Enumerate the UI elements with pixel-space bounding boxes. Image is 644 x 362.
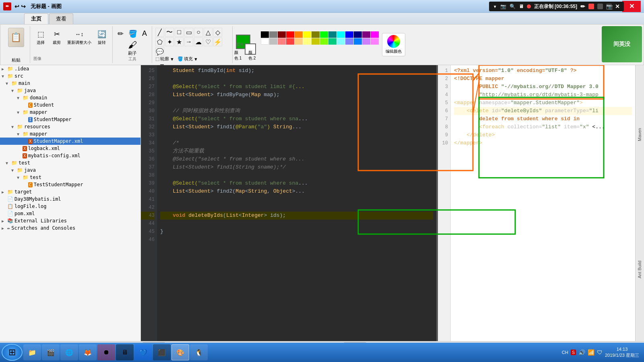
rotate-tool[interactable]: 🔄 旋转 — [95, 28, 109, 46]
sidebar-item-teststudentmapper[interactable]: ▶ C TestStudentMapper — [0, 181, 140, 188]
taskbar-media[interactable]: 🎬 — [42, 344, 60, 360]
color-dgray[interactable] — [269, 31, 277, 38]
sidebar-item-main[interactable]: ▼ 📁 main — [0, 80, 140, 87]
cloud-shape[interactable]: ☁ — [194, 37, 203, 46]
text-tool[interactable]: A — [140, 28, 149, 40]
security-icon[interactable]: 🛡 — [597, 349, 603, 356]
rec-stop-red[interactable] — [588, 4, 594, 9]
taskbar-recording[interactable]: ⏺ — [97, 344, 115, 360]
color-lteal[interactable] — [328, 38, 336, 45]
color-black[interactable] — [261, 31, 269, 38]
taskbar-intellij[interactable]: ⬛ — [153, 344, 171, 360]
sidebar-item-pom[interactable]: ▶ 📄 pom.xml — [0, 210, 140, 217]
color-lcyan[interactable] — [337, 38, 345, 45]
color-navy[interactable] — [354, 31, 362, 38]
rounded-rect-shape[interactable]: ▭ — [184, 28, 193, 37]
color-lgray[interactable] — [269, 38, 277, 45]
triangle-shape[interactable]: △ — [204, 28, 213, 37]
color-lyellow[interactable] — [303, 38, 311, 45]
taskbar-firefox[interactable]: 🦊 — [79, 344, 97, 360]
sidebar-item-student[interactable]: ▶ C Student — [0, 101, 140, 109]
sidebar-item-mapper-dir[interactable]: ▼ 📁 mapper — [0, 109, 140, 116]
diamond-shape[interactable]: ◇ — [213, 28, 222, 37]
expand-idea[interactable]: ▶ — [2, 67, 7, 71]
taskbar-qq[interactable]: 🐧 — [190, 344, 208, 360]
sidebar-item-mybatis-config[interactable]: ▶ X mybatis-config.xml — [0, 152, 140, 159]
color-royal[interactable] — [354, 38, 362, 45]
xml-code-editor[interactable]: 12345 678910 <?xml version="1.0" encodin… — [438, 65, 635, 341]
sidebar-item-test-pkg[interactable]: ▼ 📁 test — [0, 174, 140, 181]
color-cyan[interactable] — [337, 31, 345, 38]
taskbar-vscode[interactable]: 💙 — [134, 344, 152, 360]
callout-shape[interactable]: 💬 — [155, 47, 164, 56]
crop-tool[interactable]: ✂ 裁剪 — [50, 28, 64, 46]
start-button[interactable]: ⊞ — [2, 344, 23, 361]
pen-icon[interactable]: ✏ — [580, 3, 585, 10]
color-purple[interactable] — [362, 31, 370, 38]
color-red[interactable] — [286, 31, 294, 38]
pentagon-shape[interactable]: ⬠ — [155, 37, 164, 46]
bolt-shape[interactable]: ⚡ — [213, 37, 222, 46]
rec-close[interactable]: ✕ — [615, 3, 620, 10]
close-btn[interactable]: ✕ — [622, 1, 641, 12]
line-shape[interactable]: ╱ — [155, 28, 164, 37]
ellipse-shape[interactable]: ○ — [194, 28, 203, 37]
sidebar-item-scratches[interactable]: ▶ ✏ Scratches and Consoles — [0, 224, 140, 232]
select-tool[interactable]: ⬚ 选择 — [33, 28, 48, 46]
color-white[interactable] — [261, 38, 269, 45]
sidebar-item-java[interactable]: ▼ 📁 java — [0, 87, 140, 94]
taskbar-terminal[interactable]: 🖥 — [116, 344, 134, 360]
network-icon[interactable]: 📶 — [588, 349, 594, 356]
tab-view[interactable]: 查看 — [49, 13, 73, 24]
sidebar-item-test[interactable]: ▼ 📁 test — [0, 159, 140, 167]
taskbar-paint[interactable]: 🎨 — [171, 344, 189, 360]
sidebar-item-target[interactable]: ▶ 📁 target — [0, 188, 140, 195]
color-teal[interactable] — [328, 31, 336, 38]
brush-btn[interactable]: 🖌 刷子 — [128, 40, 137, 56]
heart-shape[interactable]: ♡ — [204, 37, 213, 46]
maven-tab[interactable]: Maven — [636, 125, 643, 144]
paste-btn[interactable]: 📋 — [6, 26, 26, 49]
color-pink[interactable] — [278, 38, 286, 45]
pencil-tool[interactable]: ✏ — [116, 28, 125, 40]
sidebar-item-mapper-res[interactable]: ▼ 📁 mapper — [0, 130, 140, 138]
taskbar-explorer[interactable]: 📁 — [23, 344, 41, 360]
java-code-editor[interactable]: 2526272829 3031323334 3536373839 404142 … — [141, 65, 436, 341]
color-blue[interactable] — [345, 31, 353, 38]
sidebar-item-test-java[interactable]: ▼ 📁 java — [0, 167, 140, 174]
undo-btn[interactable]: ↩ — [14, 3, 19, 10]
resize-tool[interactable]: ↔↕ 重新调整大小 — [66, 28, 93, 46]
color-lred[interactable] — [286, 38, 294, 45]
arrow-shape[interactable]: → — [184, 37, 193, 46]
redo-btn[interactable]: ↪ — [21, 3, 26, 10]
dropdown-arrow[interactable]: ▼ — [493, 4, 497, 9]
fill-tool[interactable]: 🪣 — [127, 28, 139, 40]
sidebar-item-domain[interactable]: ▼ 📁 domain — [0, 94, 140, 101]
tab-home[interactable]: 主页 — [24, 13, 48, 24]
curve-shape[interactable]: 〜 — [165, 28, 174, 37]
taskbar-chrome[interactable]: 🌐 — [60, 344, 78, 360]
color-lmagenta[interactable] — [371, 38, 379, 45]
color-magenta[interactable] — [371, 31, 379, 38]
edit-colors-btn[interactable]: 编辑颜色 — [382, 33, 405, 56]
star4-shape[interactable]: ✦ — [165, 37, 174, 46]
color-lorange[interactable] — [295, 38, 303, 45]
rec-stop-dark[interactable] — [597, 4, 603, 9]
sidebar-item-extlibs[interactable]: ▶ 📚 External Libraries — [0, 217, 140, 224]
outline-btn[interactable]: ⬚轮廓▼ — [155, 56, 174, 62]
sidebar-item-studentmapper[interactable]: ▶ I StudentMapper — [0, 116, 140, 123]
color-lpurple[interactable] — [362, 38, 370, 45]
color-olive[interactable] — [312, 31, 320, 38]
fill-btn[interactable]: 🪣填充▼ — [178, 56, 198, 62]
sidebar-item-logback[interactable]: ▶ X logback.xml — [0, 145, 140, 152]
color-lgreen[interactable] — [320, 38, 328, 45]
color-green[interactable] — [320, 31, 328, 38]
sidebar-item-src[interactable]: ▼ 📁 src — [0, 72, 140, 80]
sidebar-item-iml[interactable]: ▶ 📄 Day38Mybatis.iml — [0, 195, 140, 203]
sidebar-item-studentmapper-xml[interactable]: ▶ X StudentMapper.xml — [0, 138, 140, 145]
color-orange[interactable] — [295, 31, 303, 38]
rect-shape[interactable]: □ — [175, 28, 184, 37]
expand-src[interactable]: ▼ — [2, 74, 7, 78]
volume-icon[interactable]: 🔊 — [578, 349, 585, 356]
sidebar-item-log[interactable]: ▶ 📋 logFile.log — [0, 203, 140, 210]
